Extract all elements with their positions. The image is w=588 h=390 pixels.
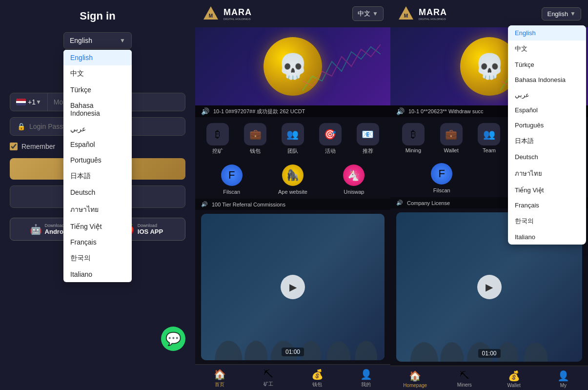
sound-icon: 🔊	[201, 201, 208, 207]
country-code-button[interactable]: +1 ▼	[10, 93, 48, 111]
right-nav-home-label: Homepage	[403, 383, 427, 388]
menu-item-mining[interactable]: ₿ 挖矿	[201, 123, 235, 155]
nav-my-label: 我的	[361, 381, 371, 388]
right-lang-button[interactable]: English ▼	[542, 7, 581, 21]
right-home-icon: 🏠	[409, 370, 421, 382]
whatsapp-button[interactable]: 💬	[161, 327, 185, 351]
miners-icon: ⛏	[264, 369, 273, 380]
lang-option-english[interactable]: English	[63, 50, 132, 65]
chevron-down-icon: ▼	[120, 37, 125, 44]
whatsapp-icon: 💬	[165, 331, 181, 347]
ape-link[interactable]: 🦍 Ape website	[278, 164, 307, 195]
lang-option-chinese[interactable]: 中文	[63, 65, 132, 82]
right-video-time: 01:00	[478, 349, 500, 358]
refer-icon: 📧	[357, 123, 379, 145]
right-menu-wallet[interactable]: 💼 Wallet	[434, 123, 468, 153]
rl-vietnamese[interactable]: Tiếng Việt	[508, 183, 586, 198]
remember-checkbox[interactable]	[10, 143, 18, 150]
lang-option-korean[interactable]: 한국의	[63, 250, 132, 267]
right-nav-my[interactable]: 👤 My	[539, 370, 588, 388]
right-lang-label: English	[547, 10, 568, 18]
right-nav-wallet[interactable]: 💰 Wallet	[489, 370, 539, 388]
right-nav-home[interactable]: 🏠 Homepage	[390, 370, 440, 388]
svg-point-8	[327, 341, 351, 360]
rl-thai[interactable]: ภาษาไทย	[508, 164, 586, 183]
middle-banner: 💀	[195, 27, 390, 105]
nav-wallet-label: 钱包	[312, 381, 322, 388]
sound-icon: 🔊	[396, 107, 405, 115]
home-icon: 🏠	[214, 369, 226, 380]
lang-option-thai[interactable]: ภาษาไทย	[63, 200, 132, 219]
menu-item-wallet[interactable]: 💼 钱包	[239, 123, 272, 155]
lang-option-japanese[interactable]: 日本語	[63, 168, 132, 185]
right-wallet-nav-icon: 💰	[508, 370, 520, 382]
sign-in-panel: Sign in English ▼ English 中文 Türkçe Baha…	[0, 0, 195, 390]
my-icon: 👤	[360, 369, 372, 380]
svg-point-5	[244, 341, 267, 360]
svg-point-12	[410, 342, 438, 362]
lang-option-spanish[interactable]: Español	[63, 137, 132, 152]
middle-video-area[interactable]: ▶ 01:00	[201, 214, 385, 360]
nav-wallet[interactable]: 💰 钱包	[293, 369, 342, 388]
svg-point-7	[301, 341, 321, 360]
rl-portuguese[interactable]: Português	[508, 118, 586, 133]
lang-option-vietnamese[interactable]: Tiếng Việt	[63, 219, 132, 234]
nav-home[interactable]: 🏠 首页	[195, 369, 244, 388]
right-bottom-nav: 🏠 Homepage ⛏ Miners 💰 Wallet 👤 My	[390, 366, 588, 390]
right-nav-miners[interactable]: ⛏ Miners	[440, 370, 489, 388]
lang-option-german[interactable]: Deutsch	[63, 185, 132, 200]
lang-option-turkish[interactable]: Türkçe	[63, 82, 132, 98]
country-code-value: +1	[28, 98, 36, 106]
right-play-button[interactable]: ▶	[477, 275, 502, 299]
rl-english[interactable]: English	[508, 25, 586, 41]
nav-my[interactable]: 👤 我的	[342, 369, 390, 388]
right-filscan-label: Filscan	[433, 187, 450, 193]
right-my-icon: 👤	[557, 370, 569, 382]
lang-option-italian[interactable]: Italiano	[63, 267, 132, 282]
language-selector[interactable]: English ▼ English 中文 Türkçe Bahasa Indon…	[63, 32, 132, 49]
rl-korean[interactable]: 한국의	[508, 213, 586, 229]
ape-icon: 🦍	[282, 164, 304, 186]
nav-miners[interactable]: ⛏ 矿工	[244, 369, 293, 388]
uniswap-link[interactable]: 🦄 Uniswap	[343, 164, 365, 195]
rl-turkish[interactable]: Türkçe	[508, 57, 586, 72]
right-logo-icon: M	[397, 5, 415, 22]
lang-option-portuguese[interactable]: Português	[63, 152, 132, 168]
lang-option-bahasa[interactable]: Bahasa Indonesia	[63, 98, 132, 121]
filscan-link[interactable]: F Filscan	[221, 164, 243, 195]
right-sound-icon: 🔊	[396, 200, 403, 206]
right-miners-icon: ⛏	[460, 370, 469, 381]
middle-lang-label: 中文	[358, 9, 370, 18]
rl-chinese[interactable]: 中文	[508, 41, 586, 57]
menu-item-activity[interactable]: 🎯 活动	[313, 123, 347, 155]
play-button[interactable]: ▶	[281, 275, 305, 299]
wallet-icon: 💼	[440, 123, 463, 145]
rl-arabic[interactable]: عربي	[508, 87, 586, 103]
middle-lang-button[interactable]: 中文 ▼	[352, 6, 384, 21]
right-app-header: M MARA DIGITAL HOLDINGS English ▼	[390, 0, 588, 27]
mining-icon: ₿	[402, 123, 425, 145]
page-title: Sign in	[80, 10, 115, 22]
rl-spanish[interactable]: Español	[508, 103, 586, 118]
right-menu-mining[interactable]: ₿ Mining	[396, 123, 430, 153]
ios-dl-text: Download IOS APP	[138, 223, 163, 235]
language-current-label: English	[70, 37, 92, 44]
referral-text: 100 Tier Referral Commissions	[212, 202, 285, 207]
rl-italian[interactable]: Italiano	[508, 229, 586, 245]
language-select-button[interactable]: English ▼	[63, 32, 132, 49]
svg-point-4	[215, 341, 242, 360]
rl-japanese[interactable]: 日本語	[508, 133, 586, 149]
filscan-icon: F	[221, 164, 243, 186]
rl-bahasa[interactable]: Bahasa Indonesia	[508, 72, 586, 87]
rl-german[interactable]: Deutsch	[508, 149, 586, 164]
menu-label-team: 团队	[287, 147, 298, 155]
right-menu-team[interactable]: 👥 Team	[472, 123, 507, 153]
rl-french[interactable]: Français	[508, 198, 586, 213]
lang-option-french[interactable]: Français	[63, 234, 132, 250]
lang-option-arabic[interactable]: عربي	[63, 121, 132, 137]
right-nav-my-label: My	[560, 383, 567, 388]
right-filscan-link[interactable]: F Filscan	[431, 163, 452, 193]
right-logo-text: MARA DIGITAL HOLDINGS	[419, 7, 447, 21]
menu-item-refer[interactable]: 📧 推荐	[351, 123, 385, 155]
menu-item-team[interactable]: 👥 团队	[276, 123, 310, 155]
